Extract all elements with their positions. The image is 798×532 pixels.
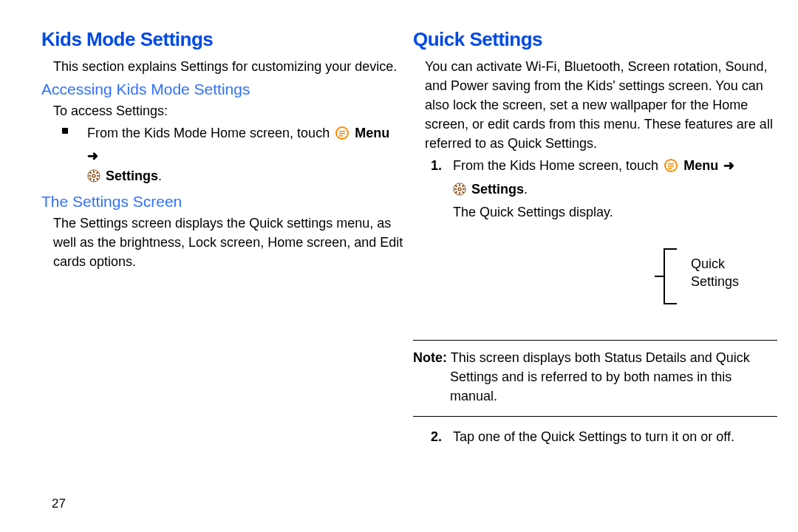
svg-rect-2 bbox=[339, 131, 345, 132]
svg-rect-24 bbox=[454, 188, 457, 190]
note-text: Note: This screen displays both Status D… bbox=[413, 348, 777, 406]
square-bullet-icon bbox=[62, 128, 68, 134]
svg-rect-19 bbox=[668, 168, 672, 169]
step-1-pre: From the Kids Home screen, touch bbox=[453, 158, 662, 173]
callout-label: Quick Settings bbox=[691, 256, 739, 290]
bullet-text-pre: From the Kids Mode Home screen, touch bbox=[87, 126, 333, 140]
menu-label: Menu bbox=[355, 126, 389, 140]
callout-line-2: Settings bbox=[691, 274, 739, 289]
settings-label: Settings bbox=[106, 168, 158, 183]
svg-rect-4 bbox=[339, 135, 343, 137]
quick-settings-callout: Quick Settings bbox=[413, 236, 777, 325]
svg-rect-18 bbox=[668, 166, 674, 167]
bullet-access-step: From the Kids Mode Home screen, touch Me… bbox=[55, 123, 406, 188]
step-2: 2. Tap one of the Quick Settings to turn… bbox=[426, 427, 777, 448]
svg-rect-25 bbox=[463, 188, 465, 190]
step-1-after: The Quick Settings display. bbox=[453, 205, 613, 219]
svg-rect-12 bbox=[96, 172, 98, 174]
step-2-number: 2. bbox=[431, 427, 442, 448]
manual-page: Kids Mode Settings This section explains… bbox=[0, 0, 798, 532]
note-label: Note: bbox=[413, 350, 447, 365]
svg-rect-26 bbox=[455, 185, 457, 188]
note-body: This screen displays both Status Details… bbox=[447, 350, 750, 403]
step-1-menu-label: Menu bbox=[683, 158, 718, 173]
quick-settings-para: You can activate Wi-Fi, Bluetooth, Scree… bbox=[413, 57, 777, 153]
period: . bbox=[524, 182, 528, 197]
gear-icon bbox=[87, 168, 100, 188]
step-2-text: Tap one of the Quick Settings to turn it… bbox=[453, 429, 734, 444]
page-number: 27 bbox=[52, 497, 66, 511]
svg-rect-11 bbox=[89, 172, 92, 174]
menu-icon bbox=[335, 126, 349, 146]
svg-rect-10 bbox=[97, 175, 99, 177]
heading-quick-settings: Quick Settings bbox=[413, 28, 777, 51]
subhead-settings-screen: The Settings Screen bbox=[41, 193, 406, 211]
svg-rect-14 bbox=[96, 178, 98, 180]
period: . bbox=[158, 168, 162, 183]
arrow-icon: ➜ bbox=[718, 158, 734, 173]
svg-point-21 bbox=[458, 188, 461, 191]
heading-kids-mode-settings: Kids Mode Settings bbox=[41, 28, 406, 51]
note-block: Note: This screen displays both Status D… bbox=[413, 340, 777, 417]
svg-rect-29 bbox=[462, 191, 464, 194]
svg-rect-27 bbox=[462, 185, 464, 188]
step-1-number: 1. bbox=[431, 156, 442, 177]
svg-point-6 bbox=[92, 174, 95, 177]
svg-rect-13 bbox=[89, 178, 92, 180]
step-1: 1. From the Kids Home screen, touch Menu… bbox=[426, 156, 777, 223]
svg-rect-22 bbox=[459, 185, 460, 187]
svg-rect-8 bbox=[93, 179, 95, 181]
subhead-accessing: Accessing Kids Mode Settings bbox=[41, 81, 406, 98]
svg-rect-28 bbox=[455, 191, 457, 194]
right-column: Quick Settings You can activate Wi-Fi, B… bbox=[413, 28, 777, 517]
access-lead: To access Settings: bbox=[41, 101, 406, 120]
svg-rect-17 bbox=[668, 163, 674, 165]
menu-icon bbox=[664, 158, 678, 180]
svg-rect-3 bbox=[339, 133, 345, 134]
intro-text: This section explains Settings for custo… bbox=[41, 57, 406, 76]
callout-line-1: Quick bbox=[691, 256, 725, 271]
settings-screen-para: The Settings screen displays the Quick s… bbox=[41, 214, 406, 271]
step-1-settings-label: Settings bbox=[471, 182, 524, 197]
bracket-icon bbox=[664, 248, 677, 304]
svg-rect-23 bbox=[459, 192, 460, 194]
gear-icon bbox=[453, 182, 466, 202]
svg-rect-9 bbox=[89, 175, 91, 177]
svg-rect-7 bbox=[93, 171, 95, 173]
left-column: Kids Mode Settings This section explains… bbox=[41, 28, 406, 517]
